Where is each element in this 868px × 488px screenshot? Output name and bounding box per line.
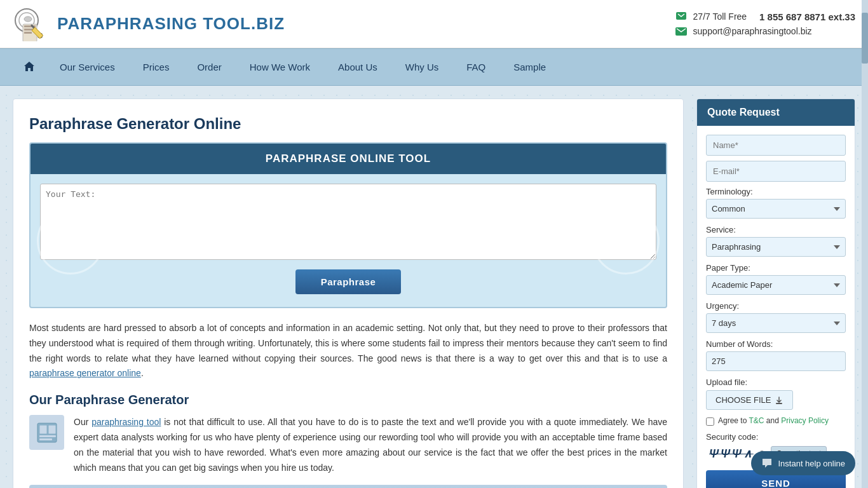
- paper-type-label: Paper Type:: [706, 263, 846, 273]
- paraphrase-section-icon: [29, 415, 64, 450]
- contact-area: 27/7 Toll Free 1 855 687 8871 ext.33 sup…: [674, 11, 855, 37]
- page-title: Paraphrase Generator Online: [29, 115, 667, 133]
- quote-request-header: Quote Request: [697, 99, 855, 126]
- terminology-select[interactable]: Common Legal Medical Technical: [706, 199, 846, 219]
- svg-rect-9: [676, 12, 686, 20]
- paraphrase-textarea[interactable]: [40, 184, 656, 260]
- download-icon: [775, 396, 783, 405]
- article-text-end: .: [141, 368, 144, 378]
- email-contact: support@paraphrasingtool.biz: [674, 25, 812, 37]
- phone-label: 27/7 Toll Free: [693, 11, 747, 22]
- quote-request-box: Quote Request Terminology: Common Legal …: [696, 98, 855, 488]
- word-count-input[interactable]: [706, 351, 846, 371]
- captcha-text: ΨΨΨ∧: [706, 445, 757, 463]
- svg-rect-12: [39, 425, 47, 434]
- quote-request-body: Terminology: Common Legal Medical Techni…: [697, 126, 855, 488]
- email-address: support@paraphrasingtool.biz: [693, 26, 812, 36]
- sidebar: Quote Request Terminology: Common Legal …: [696, 98, 855, 488]
- name-input[interactable]: [706, 135, 846, 156]
- paraphrase-tool-box: PARAPHRASE ONLINE TOOL Paraphrase: [29, 142, 667, 308]
- scrollbar[interactable]: [862, 0, 868, 488]
- service-label: Service:: [706, 225, 846, 234]
- choose-file-button[interactable]: CHOOSE FILE: [706, 390, 793, 410]
- navigation: Our Services Prices Order How We Work Ab…: [0, 48, 868, 86]
- section-intro: Our: [74, 417, 88, 427]
- nav-how-we-work[interactable]: How We Work: [236, 50, 324, 84]
- our-services-link[interactable]: Our Services: [46, 50, 129, 84]
- chat-bubble-icon: [761, 458, 773, 469]
- email-input[interactable]: [706, 161, 846, 182]
- bottom-image: [29, 485, 667, 488]
- nav-why-us[interactable]: Why Us: [391, 50, 453, 84]
- upload-label: Upload file:: [706, 377, 846, 387]
- nav-faq[interactable]: FAQ: [452, 50, 499, 84]
- choose-file-label: CHOOSE FILE: [715, 395, 771, 405]
- agree-checkbox[interactable]: [706, 417, 714, 426]
- article-text-content: Most students are hard pressed to absorb…: [29, 323, 667, 363]
- header: PARAPHRASING TOOL.BIZ 27/7 Toll Free 1 8…: [0, 0, 868, 48]
- paraphrase-section: Our paraphrasing tool is not that diffic…: [29, 415, 667, 475]
- phone-number: 1 855 687 8871 ext.33: [759, 11, 855, 22]
- scrollbar-thumb[interactable]: [862, 13, 868, 64]
- nav-about-us[interactable]: About Us: [324, 50, 391, 84]
- upload-section: Upload file: CHOOSE FILE: [706, 377, 846, 410]
- svg-rect-13: [48, 425, 56, 434]
- svg-rect-15: [39, 438, 52, 440]
- terminology-label: Terminology:: [706, 187, 846, 196]
- tc-link[interactable]: T&C: [749, 416, 764, 425]
- agree-section: Agree to T&C and Privacy Policy: [706, 416, 846, 426]
- privacy-link[interactable]: Privacy Policy: [781, 416, 829, 425]
- section-text: Our paraphrasing tool is not that diffic…: [74, 415, 667, 475]
- main-container: Paraphrase Generator Online PARAPHRASE O…: [0, 86, 868, 488]
- why-us-link[interactable]: Why Us: [391, 50, 453, 84]
- phone-contact: 27/7 Toll Free 1 855 687 8871 ext.33: [674, 11, 855, 22]
- service-select[interactable]: Paraphrasing Editing Proofreading Rewrit…: [706, 237, 846, 257]
- section-main-text: is not that difficult to use. All that y…: [74, 417, 667, 472]
- faq-link[interactable]: FAQ: [452, 50, 499, 84]
- svg-rect-18: [776, 403, 782, 404]
- nav-home[interactable]: [13, 49, 46, 85]
- urgency-label: Urgency:: [706, 301, 846, 311]
- paraphrase-button[interactable]: Paraphrase: [295, 269, 402, 294]
- phone-icon: [674, 11, 688, 22]
- nav-sample[interactable]: Sample: [499, 50, 560, 84]
- how-we-work-link[interactable]: How We Work: [236, 50, 324, 84]
- nav-our-services[interactable]: Our Services: [46, 50, 129, 84]
- home-link[interactable]: [13, 49, 46, 85]
- email-icon: [674, 25, 688, 37]
- instant-help-label: Instant help online: [778, 459, 845, 468]
- article-text: Most students are hard pressed to absorb…: [29, 321, 667, 381]
- section-title: Our Paraphrase Generator: [29, 393, 667, 407]
- paper-type-select[interactable]: Academic Paper Essay Article Research Pa…: [706, 275, 846, 295]
- words-label: Number of Words:: [706, 339, 846, 349]
- content-area: Paraphrase Generator Online PARAPHRASE O…: [13, 98, 684, 488]
- urgency-select[interactable]: 7 days 3 days 48 hours 24 hours 12 hours: [706, 313, 846, 333]
- svg-rect-5: [24, 32, 32, 34]
- order-link[interactable]: Order: [183, 50, 235, 84]
- paraphrase-generator-link[interactable]: paraphrase generator online: [29, 368, 141, 378]
- logo-text: PARAPHRASING TOOL.BIZ: [57, 14, 285, 34]
- about-us-link[interactable]: About Us: [324, 50, 391, 84]
- nav-order[interactable]: Order: [183, 50, 235, 84]
- nav-prices[interactable]: Prices: [129, 50, 184, 84]
- agree-text: Agree to T&C and Privacy Policy: [718, 416, 829, 425]
- security-label: Security code:: [706, 432, 846, 442]
- sample-link[interactable]: Sample: [499, 50, 560, 84]
- svg-rect-14: [39, 435, 56, 437]
- instant-help-button[interactable]: Instant help online: [751, 451, 855, 475]
- logo-area: PARAPHRASING TOOL.BIZ: [13, 6, 285, 41]
- svg-point-6: [24, 17, 32, 22]
- paraphrase-tool-header: PARAPHRASE ONLINE TOOL: [31, 144, 666, 174]
- prices-link[interactable]: Prices: [129, 50, 184, 84]
- logo-icon: [13, 6, 51, 41]
- paraphrase-tool-body: Paraphrase: [31, 174, 666, 307]
- paraphrasing-tool-link[interactable]: paraphrasing tool: [92, 417, 161, 427]
